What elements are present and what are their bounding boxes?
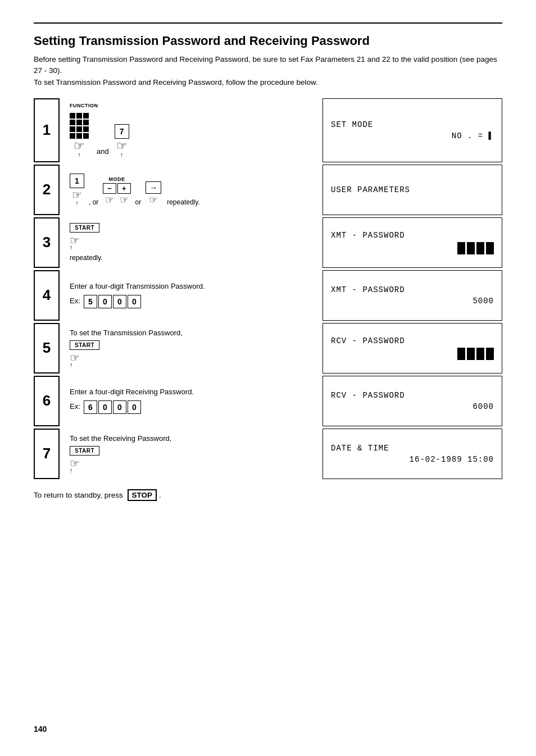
step6-display: RCV - PASSWORD 6000 bbox=[322, 376, 502, 426]
start-label-5[interactable]: START bbox=[70, 340, 99, 350]
hand4-icon: ☞ bbox=[105, 194, 114, 206]
or-text2: or bbox=[135, 198, 142, 206]
bottom-note-text: To return to standby, press bbox=[34, 491, 123, 499]
keypad-icon bbox=[70, 113, 89, 139]
step1-display: SET MODE NO . = ▌ bbox=[322, 98, 502, 162]
step5-illustration: To set the Transmission Password, START … bbox=[70, 329, 183, 368]
repeatedly-label-3: repeatedly. bbox=[70, 254, 102, 262]
step-row-6: 6 Enter a four-digit Receiving Password.… bbox=[34, 376, 502, 426]
step5-display: RCV - PASSWORD bbox=[322, 323, 502, 374]
display-line1-step4: XMT - PASSWORD bbox=[331, 285, 494, 294]
arrow-right-btn[interactable]: → bbox=[146, 181, 161, 194]
step4-left: Enter a four-digit Transmission Password… bbox=[64, 270, 317, 321]
step-row-5: 5 To set the Transmission Password, STAR… bbox=[34, 323, 502, 374]
mode-buttons: − + bbox=[103, 183, 130, 194]
start-label-3[interactable]: START bbox=[70, 223, 99, 233]
digit-0b: 0 bbox=[113, 295, 126, 308]
step3-display: XMT - PASSWORD bbox=[322, 217, 502, 268]
num1-box: 1 bbox=[70, 174, 84, 188]
display-line2-step6: 6000 bbox=[331, 402, 494, 411]
step7-display: DATE & TIME 16-02-1989 15:00 bbox=[322, 429, 502, 479]
page-title: Setting Transmission Password and Receiv… bbox=[34, 34, 502, 48]
page-number: 140 bbox=[34, 725, 47, 734]
step-number-5: 5 bbox=[34, 323, 60, 374]
digit-0c: 0 bbox=[128, 295, 141, 308]
top-rule bbox=[34, 22, 502, 24]
num7-box: 7 bbox=[115, 124, 129, 139]
step5-left: To set the Transmission Password, START … bbox=[64, 323, 317, 374]
digit-boxes-6: 6 0 0 0 bbox=[84, 400, 141, 414]
function-label: FUNCTION bbox=[70, 103, 98, 108]
repeatedly-label-2: repeatedly. bbox=[167, 198, 199, 206]
display-line2-step7: 16-02-1989 15:00 bbox=[331, 455, 494, 464]
step-row-3: 3 START ☞ ↑ repeatedly. XMT - PASSWORD bbox=[34, 217, 502, 268]
step7-illustration: To set the Receiving Password, START ☞ ↑ bbox=[70, 434, 171, 473]
display-line1-step3: XMT - PASSWORD bbox=[331, 231, 494, 240]
display-line1-step6: RCV - PASSWORD bbox=[331, 391, 494, 400]
digit-0e: 0 bbox=[113, 400, 126, 414]
steps-container: 1 FUNCTION ☞ ↑ bbox=[34, 98, 502, 481]
display-line1-step1: SET MODE bbox=[331, 120, 494, 129]
step4-text1: Enter a four-digit Transmission Password… bbox=[70, 282, 205, 290]
step-row-7: 7 To set the Receiving Password, START ☞… bbox=[34, 429, 502, 479]
digit-5: 5 bbox=[84, 295, 97, 308]
step1-left: FUNCTION ☞ ↑ bbox=[64, 98, 317, 162]
or-text: , or bbox=[89, 198, 98, 206]
intro-line1: Before setting Transmission Password and… bbox=[34, 55, 497, 75]
intro-line2: To set Transmission Password and Receivi… bbox=[34, 78, 318, 86]
mode-label: MODE bbox=[108, 176, 125, 182]
digit-6: 6 bbox=[84, 400, 97, 414]
step2-display: USER PARAMETERS bbox=[322, 165, 502, 215]
step7-left: To set the Receiving Password, START ☞ ↑ bbox=[64, 429, 317, 479]
digit-boxes-4: 5 0 0 0 bbox=[84, 295, 141, 308]
step3-illustration: START ☞ ↑ repeatedly. bbox=[70, 223, 102, 262]
step-row-4: 4 Enter a four-digit Transmission Passwo… bbox=[34, 270, 502, 321]
digit-0a: 0 bbox=[98, 295, 112, 308]
and-text: and bbox=[97, 147, 109, 156]
step4-ex: Ex: bbox=[70, 297, 80, 305]
minus-btn[interactable]: − bbox=[103, 183, 116, 194]
display-line1-step2: USER PARAMETERS bbox=[331, 185, 494, 194]
step-number-3: 3 bbox=[34, 217, 60, 268]
step4-display: XMT - PASSWORD 5000 bbox=[322, 270, 502, 321]
step-number-4: 4 bbox=[34, 270, 60, 321]
stop-button[interactable]: STOP bbox=[128, 489, 157, 501]
display-line2-step4: 5000 bbox=[331, 297, 494, 306]
intro-text: Before setting Transmission Password and… bbox=[34, 54, 502, 88]
step3-left: START ☞ ↑ repeatedly. bbox=[64, 217, 317, 268]
blocks-icon-3 bbox=[331, 242, 494, 254]
step5-text1: To set the Transmission Password, bbox=[70, 329, 183, 337]
hand6-icon: ☞ bbox=[149, 194, 158, 206]
step6-ex: Ex: bbox=[70, 402, 80, 411]
digit-0d: 0 bbox=[98, 400, 112, 414]
step-row-1: 1 FUNCTION ☞ ↑ bbox=[34, 98, 502, 162]
display-line1-step7: DATE & TIME bbox=[331, 444, 494, 453]
mode-section: MODE − + ☞ ☞ bbox=[103, 176, 130, 206]
display-line2-step1: NO . = ▌ bbox=[331, 131, 494, 140]
start-label-7[interactable]: START bbox=[70, 446, 99, 456]
step-number-6: 6 bbox=[34, 376, 60, 426]
blocks-icon-5 bbox=[331, 348, 494, 360]
step6-text: Enter a four-digit Receiving Password. E… bbox=[70, 388, 194, 414]
step4-text: Enter a four-digit Transmission Password… bbox=[70, 282, 205, 308]
step-row-2: 2 1 ☞ ↑ , or MODE bbox=[34, 165, 502, 215]
step-number-7: 7 bbox=[34, 429, 60, 479]
step6-text1: Enter a four-digit Receiving Password. bbox=[70, 388, 194, 396]
plus-btn[interactable]: + bbox=[117, 183, 131, 194]
step2-left: 1 ☞ ↑ , or MODE − + bbox=[64, 165, 317, 215]
step-number-2: 2 bbox=[34, 165, 60, 215]
hand5-icon: ☞ bbox=[120, 194, 129, 206]
digit-0f: 0 bbox=[128, 400, 141, 414]
step1-illustration: FUNCTION ☞ ↑ bbox=[70, 103, 129, 158]
step7-text1: To set the Receiving Password, bbox=[70, 434, 171, 443]
step-number-1: 1 bbox=[34, 98, 60, 162]
step2-illustration: 1 ☞ ↑ , or MODE − + bbox=[70, 174, 200, 206]
display-line1-step5: RCV - PASSWORD bbox=[331, 336, 494, 345]
step6-left: Enter a four-digit Receiving Password. E… bbox=[64, 376, 317, 426]
period: . bbox=[159, 491, 161, 499]
bottom-note: To return to standby, press STOP . bbox=[34, 489, 502, 501]
